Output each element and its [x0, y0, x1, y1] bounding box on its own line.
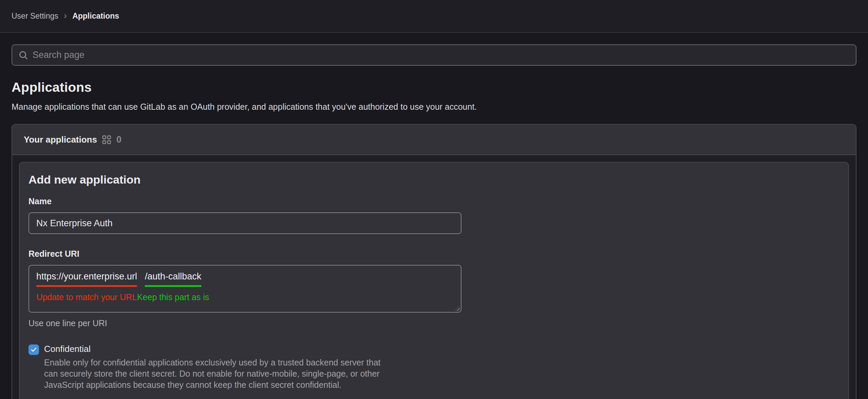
- page-title: Applications: [12, 80, 856, 95]
- name-label: Name: [28, 196, 840, 206]
- confidential-checkbox[interactable]: [28, 344, 39, 355]
- breadcrumb: User Settings › Applications: [12, 11, 119, 22]
- panel-body: Add new application Name Redirect URI ht…: [12, 155, 856, 399]
- redirect-uri-path-part: /auth-callback Keep this part as is: [137, 271, 209, 302]
- textarea-resize-grip[interactable]: [454, 306, 460, 311]
- confidential-label[interactable]: Confidential: [44, 344, 380, 354]
- card-title: Add new application: [28, 172, 840, 187]
- breadcrumb-applications: Applications: [72, 12, 119, 21]
- redirect-uri-path-text: /auth-callback: [145, 271, 201, 287]
- name-input[interactable]: [28, 212, 461, 234]
- chevron-right-icon: ›: [64, 11, 67, 22]
- redirect-uri-hint: Use one line per URI: [28, 318, 840, 328]
- redirect-uri-label: Redirect URI: [28, 249, 840, 259]
- redirect-uri-value: https://your.enterprise.url Update to ma…: [36, 271, 454, 302]
- topbar: User Settings › Applications: [0, 0, 868, 33]
- search-input[interactable]: [33, 50, 850, 60]
- redirect-uri-host-text: https://your.enterprise.url: [36, 271, 137, 287]
- panel-title: Your applications: [24, 134, 97, 145]
- applications-grid-icon: [102, 135, 111, 144]
- main-content: Applications Manage applications that ca…: [0, 44, 868, 399]
- checkmark-icon: [30, 346, 37, 353]
- confidential-help: Enable only for confidential application…: [44, 357, 380, 391]
- annotation-update-url: Update to match your URL: [37, 292, 137, 302]
- page-description: Manage applications that can use GitLab …: [12, 102, 856, 112]
- confidential-text-block: Confidential Enable only for confidentia…: [44, 344, 380, 391]
- redirect-uri-host-part: https://your.enterprise.url Update to ma…: [36, 271, 137, 302]
- search-bar[interactable]: [12, 44, 856, 66]
- panel-header: Your applications 0: [12, 125, 856, 155]
- applications-count: 0: [116, 134, 121, 145]
- redirect-uri-textarea[interactable]: https://your.enterprise.url Update to ma…: [28, 265, 461, 313]
- search-icon: [18, 50, 28, 60]
- breadcrumb-user-settings[interactable]: User Settings: [12, 12, 58, 21]
- add-application-card: Add new application Name Redirect URI ht…: [19, 162, 849, 399]
- your-applications-panel: Your applications 0 Add new application …: [12, 124, 856, 399]
- confidential-row: Confidential Enable only for confidentia…: [28, 344, 840, 391]
- annotation-keep-part: Keep this part as is: [137, 292, 209, 302]
